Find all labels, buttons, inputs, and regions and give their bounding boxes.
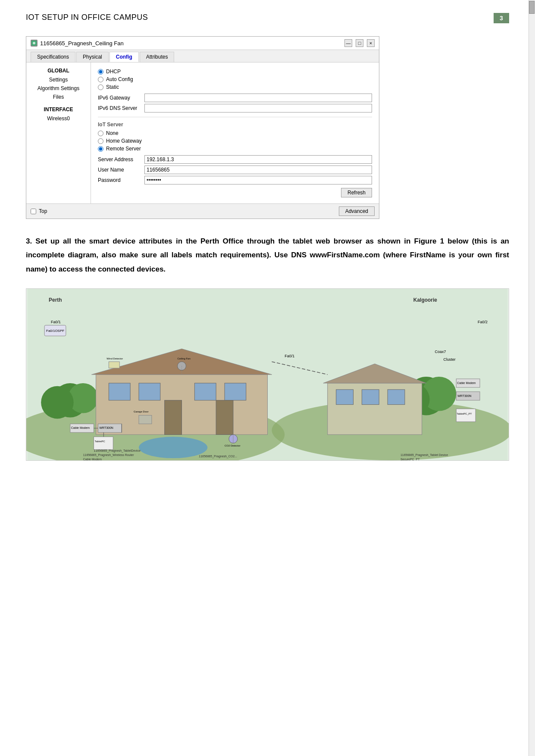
autoconfig-label: Auto Config [106, 76, 133, 82]
top-checkbox-label: Top [39, 208, 47, 214]
scrollbar-thumb[interactable] [529, 1, 535, 14]
svg-text:WRT300N: WRT300N [457, 394, 471, 397]
ipv6-dns-input[interactable] [144, 104, 372, 112]
page-title: IOT SETUP IN OFFICE CAMPUS [26, 13, 148, 22]
ipv6-gateway-input[interactable] [144, 94, 372, 102]
tab-bar: Specifications Physical Config Attribute… [26, 50, 379, 62]
refresh-button[interactable]: Refresh [341, 188, 372, 197]
window-controls: — □ × [344, 39, 375, 47]
svg-text:Fa0/1OSPF: Fa0/1OSPF [46, 328, 64, 332]
svg-rect-13 [109, 383, 130, 400]
none-radio-group: None [98, 130, 372, 136]
svg-text:Cluster: Cluster [443, 357, 455, 362]
svg-text:Cable Modem: Cable Modem [83, 458, 102, 460]
svg-text:TabletPC: TabletPC [95, 440, 106, 443]
autoconfig-radio[interactable] [98, 77, 103, 82]
home-gateway-radio[interactable] [98, 138, 103, 144]
svg-text:Cable Modem: Cable Modem [457, 381, 476, 384]
minimize-button[interactable]: — [344, 39, 352, 47]
sidebar-global-section: GLOBAL [26, 66, 91, 75]
home-gateway-radio-group: Home Gateway [98, 138, 372, 144]
password-input[interactable] [144, 176, 372, 184]
user-name-input[interactable] [144, 166, 372, 174]
svg-text:11656865_Pragnesh_Tablet Devic: 11656865_Pragnesh_Tablet Device [400, 453, 448, 457]
body-paragraph: 3. Set up all the smart device attribute… [26, 234, 509, 276]
remote-server-label: Remote Server [106, 146, 141, 152]
iot-server-label: IoT Server [98, 122, 372, 128]
sidebar-item-algorithm[interactable]: Algorithm Settings [26, 84, 91, 93]
remote-server-radio-group: Remote Server [98, 146, 372, 152]
svg-text:11656865_Pragnesh_TabletDevice: 11656865_Pragnesh_TabletDevice [94, 449, 141, 453]
password-row: Password [98, 176, 372, 184]
password-label: Password [98, 177, 141, 183]
svg-rect-17 [165, 400, 182, 435]
server-address-label: Server Address [98, 156, 141, 162]
svg-rect-23 [362, 390, 379, 405]
none-label: None [106, 130, 119, 136]
autoconfig-radio-group: Auto Config [98, 76, 372, 82]
svg-text:Fa0/2: Fa0/2 [478, 319, 488, 324]
top-checkbox[interactable] [31, 209, 36, 214]
close-button[interactable]: × [367, 39, 375, 47]
ipv6-dns-label: IPv6 DNS Server [98, 105, 141, 111]
svg-rect-40 [109, 362, 119, 368]
static-radio-group: Static [98, 84, 372, 90]
advanced-button[interactable]: Advanced [339, 206, 375, 216]
svg-text:Coax7: Coax7 [435, 350, 446, 354]
server-address-input[interactable] [144, 155, 372, 164]
home-gateway-label: Home Gateway [106, 138, 142, 144]
sidebar-item-wireless0[interactable]: Wireless0 [26, 114, 91, 123]
tab-specifications[interactable]: Specifications [31, 52, 75, 62]
window-footer: Top Advanced [26, 203, 379, 219]
svg-text:Perth: Perth [49, 297, 62, 303]
application-window: 11656865_Pragnesh_Ceiling Fan — □ × Spec… [26, 36, 379, 219]
maximize-button[interactable]: □ [356, 39, 363, 47]
svg-text:Garage Door: Garage Door [134, 410, 149, 412]
svg-text:Wind Detector: Wind Detector [106, 357, 123, 360]
svg-rect-18 [216, 400, 233, 435]
section-divider [98, 117, 372, 117]
network-diagram: WRT300N Cable Modem TabletPC WRT300N Cab… [26, 288, 509, 461]
svg-point-38 [178, 362, 186, 370]
sidebar: GLOBAL Settings Algorithm Settings Files… [26, 62, 91, 203]
svg-text:SecurePC_PT: SecurePC_PT [400, 458, 420, 460]
tab-attributes[interactable]: Attributes [140, 52, 175, 62]
svg-rect-16 [225, 383, 246, 400]
svg-rect-24 [388, 390, 405, 405]
ipv6-gateway-label: IPv6 Gateway [98, 95, 141, 101]
footer-left: Top [31, 208, 47, 214]
config-content: DHCP Auto Config Static IPv6 Gateway IPv… [91, 62, 379, 203]
svg-rect-44 [139, 415, 152, 424]
app-icon [31, 40, 38, 47]
svg-rect-22 [336, 390, 354, 405]
svg-text:Fa0/1: Fa0/1 [285, 354, 294, 358]
window-title: 11656865_Pragnesh_Ceiling Fan [40, 40, 124, 47]
sidebar-item-settings[interactable]: Settings [26, 75, 91, 84]
dhcp-radio[interactable] [98, 69, 103, 75]
page-number: 3 [494, 13, 509, 23]
none-radio[interactable] [98, 131, 103, 136]
vertical-scrollbar[interactable] [529, 0, 535, 756]
user-name-row: User Name [98, 166, 372, 174]
svg-point-19 [139, 437, 207, 458]
svg-text:11656865_Pragnesh_CO2...: 11656865_Pragnesh_CO2... [199, 455, 237, 458]
static-radio[interactable] [98, 84, 103, 90]
user-name-label: User Name [98, 167, 141, 173]
svg-text:TabletPC_PT: TabletPC_PT [457, 412, 472, 415]
svg-text:Cable Modem: Cable Modem [71, 426, 90, 429]
dhcp-label: DHCP [106, 69, 121, 75]
refresh-row: Refresh [98, 188, 372, 197]
dhcp-radio-group: DHCP [98, 69, 372, 75]
svg-rect-30 [94, 437, 113, 450]
tab-physical[interactable]: Physical [76, 52, 109, 62]
svg-rect-14 [139, 383, 160, 400]
svg-text:CO2 Detector: CO2 Detector [225, 444, 241, 447]
svg-point-1 [33, 42, 35, 44]
window-titlebar: 11656865_Pragnesh_Ceiling Fan — □ × [26, 37, 379, 50]
sidebar-item-files[interactable]: Files [26, 93, 91, 101]
remote-server-radio[interactable] [98, 146, 103, 152]
svg-text:Kalgoorie: Kalgoorie [413, 297, 437, 303]
static-label: Static [106, 84, 119, 90]
sidebar-interface-section: INTERFACE [26, 105, 91, 114]
tab-config[interactable]: Config [110, 52, 139, 62]
